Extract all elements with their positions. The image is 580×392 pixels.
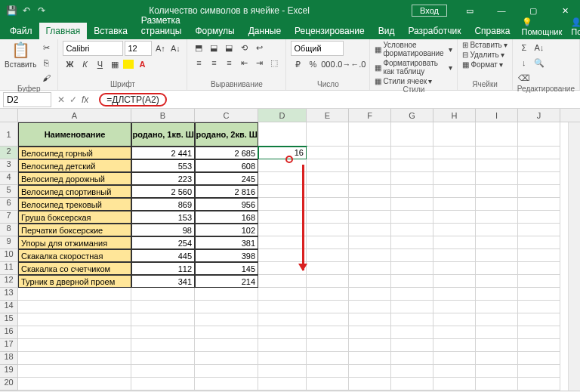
tellme-button[interactable]: 💡 Помощник [517,14,567,39]
col-header-e[interactable]: E [307,109,349,122]
copy-icon[interactable]: ⎘ [39,56,53,69]
group-cells: ⊞ Вставить ▾ ⊟ Удалить ▾ ▦ Формат ▾ Ячей… [458,39,512,90]
col-header-d[interactable]: D [258,109,307,122]
align-top-icon[interactable]: ⬒ [192,41,205,54]
decrease-indent-icon[interactable]: ⇤ [237,56,251,69]
tab-view[interactable]: Вид [372,23,402,39]
tab-data[interactable]: Данные [242,23,288,39]
border-icon[interactable]: ▦ [108,57,122,71]
title-bar: 💾 ↶ ↷ Количество символов в ячейке - Exc… [0,0,580,21]
wrap-text-icon[interactable]: ↩ [252,41,266,54]
find-icon[interactable]: 🔍 [532,56,546,69]
autosum-icon[interactable]: Σ [517,41,531,54]
col-header-f[interactable]: F [349,109,391,122]
decrease-decimal-icon[interactable]: ←.0 [351,57,365,71]
italic-icon[interactable]: К [78,57,91,71]
group-editing: ΣA↓ ↓🔍 ⌫ Редактирование [513,39,580,90]
fx-icon[interactable]: fx [82,94,88,105]
fill-color-icon[interactable] [123,60,134,69]
tab-insert[interactable]: Вставка [87,23,134,39]
align-bottom-icon[interactable]: ⬓ [222,41,236,54]
increase-decimal-icon[interactable]: .0→ [336,57,350,71]
col-header-i[interactable]: I [476,109,518,122]
ribbon-tabs: Файл Главная Вставка Разметка страницы Ф… [0,21,580,39]
font-size-input[interactable] [125,41,152,56]
font-color-icon[interactable]: A [135,57,149,71]
format-as-table-button[interactable]: ▦ Форматировать как таблицу ▾ [375,59,452,76]
vertical-scrollbar[interactable] [568,122,580,390]
group-number: ₽ % 000 .0→ ←.0 Число [286,39,370,90]
col-header-j[interactable]: J [518,109,560,122]
currency-icon[interactable]: ₽ [291,57,304,71]
group-font: A↑ A↓ Ж К Ч ▦ A Шрифт [58,39,187,90]
merge-icon[interactable]: ⬚ [267,56,281,69]
col-header-c[interactable]: C [195,109,258,122]
undo-icon[interactable]: ↶ [21,5,32,16]
col-header-a[interactable]: A [18,109,131,122]
align-right-icon[interactable]: ≡ [222,56,236,69]
paste-icon[interactable]: 📋 [11,41,30,59]
insert-cells-button[interactable]: ⊞ Вставить ▾ [462,41,507,49]
clear-icon[interactable]: ⌫ [517,71,531,85]
percent-icon[interactable]: % [306,57,319,71]
font-name-input[interactable] [63,41,123,56]
bold-icon[interactable]: Ж [63,57,76,71]
align-left-icon[interactable]: ≡ [192,56,205,69]
sort-icon[interactable]: A↓ [532,41,546,54]
format-painter-icon[interactable]: 🖌 [39,71,53,85]
fill-icon[interactable]: ↓ [517,56,531,69]
fill-handle-annotation [285,156,293,163]
cell-styles-button[interactable]: ▦ Стили ячеек ▾ [375,77,452,85]
quick-access-toolbar: 💾 ↶ ↷ [0,5,47,16]
group-styles: ▦ Условное форматирование ▾ ▦ Форматиров… [370,39,458,90]
formula-bar-area: ✕ ✓ fx =ДЛСТР(A2) [0,91,580,109]
tab-formulas[interactable]: Формулы [188,23,241,39]
col-header-g[interactable]: G [391,109,433,122]
align-middle-icon[interactable]: ⬓ [207,41,221,54]
tab-developer[interactable]: Разработчик [401,23,467,39]
group-alignment: ⬒ ⬓ ⬓ ⟲ ↩ ≡ ≡ ≡ ⇤ ⇥ ⬚ Выравнивание [187,39,286,90]
tab-review[interactable]: Рецензирование [288,23,372,39]
increase-indent-icon[interactable]: ⇥ [252,56,266,69]
cancel-formula-icon[interactable]: ✕ [57,94,65,105]
orientation-icon[interactable]: ⟲ [237,41,251,54]
formula-text: =ДЛСТР(A2) [99,93,166,106]
delete-cells-button[interactable]: ⊟ Удалить ▾ [462,51,507,59]
accept-formula-icon[interactable]: ✓ [69,94,77,105]
col-header-b[interactable]: B [131,109,195,122]
redo-icon[interactable]: ↷ [36,5,47,16]
formula-bar[interactable]: =ДЛСТР(A2) [96,92,580,107]
tab-help[interactable]: Справка [467,23,517,39]
window-title: Количество символов в ячейке - Excel [47,5,412,16]
comma-icon[interactable]: 000 [321,57,335,71]
paste-label: Вставить [5,60,36,69]
ribbon-options-icon[interactable]: ▭ [455,0,485,21]
cut-icon[interactable]: ✂ [39,41,53,54]
name-box[interactable] [3,92,51,107]
col-header-h[interactable]: H [433,109,476,122]
drag-arrow-annotation [302,165,304,270]
align-center-icon[interactable]: ≡ [207,56,221,69]
save-icon[interactable]: 💾 [6,5,17,16]
group-clipboard: 📋 Вставить ✂ ⎘ 🖌 Буфер обмена [0,39,58,90]
conditional-formatting-button[interactable]: ▦ Условное форматирование ▾ [375,41,452,57]
ribbon: 📋 Вставить ✂ ⎘ 🖌 Буфер обмена A↑ A↓ Ж К … [0,39,580,91]
number-format-select[interactable] [291,41,344,56]
decrease-font-icon[interactable]: A↓ [168,42,182,55]
worksheet-grid[interactable]: A B C D E F G H I J 1НаименованиеПродано… [0,109,580,390]
select-all-corner[interactable] [0,109,18,122]
format-cells-button[interactable]: ▦ Формат ▾ [462,60,507,69]
share-button[interactable]: 👤 Поделиться [566,14,580,39]
underline-icon[interactable]: Ч [93,57,106,71]
login-button[interactable]: Вход [412,5,447,17]
tab-layout[interactable]: Разметка страницы [134,12,189,39]
increase-font-icon[interactable]: A↑ [153,42,167,55]
tab-home[interactable]: Главная [39,23,88,39]
minimize-icon[interactable]: — [486,0,517,21]
tab-file[interactable]: Файл [3,23,39,39]
